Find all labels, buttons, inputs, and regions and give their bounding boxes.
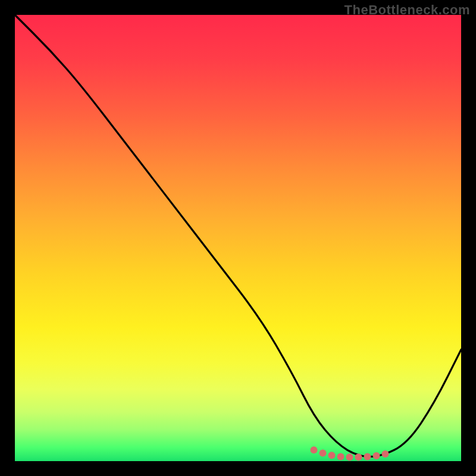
optimal-dot [320, 450, 327, 457]
optimal-dot [346, 453, 353, 461]
optimal-dot [328, 452, 336, 459]
bottleneck-curve-path [15, 15, 461, 457]
optimal-dot [311, 446, 318, 453]
curve-layer [15, 15, 461, 461]
optimal-dot [382, 450, 389, 458]
chart-frame: TheBottleneck.com [0, 0, 476, 476]
optimal-range-dots [311, 446, 389, 461]
optimal-dot [337, 453, 345, 461]
optimal-dot [364, 453, 371, 461]
optimal-dot [355, 453, 362, 461]
optimal-dot [373, 452, 380, 459]
gradient-plot-area [15, 15, 461, 461]
